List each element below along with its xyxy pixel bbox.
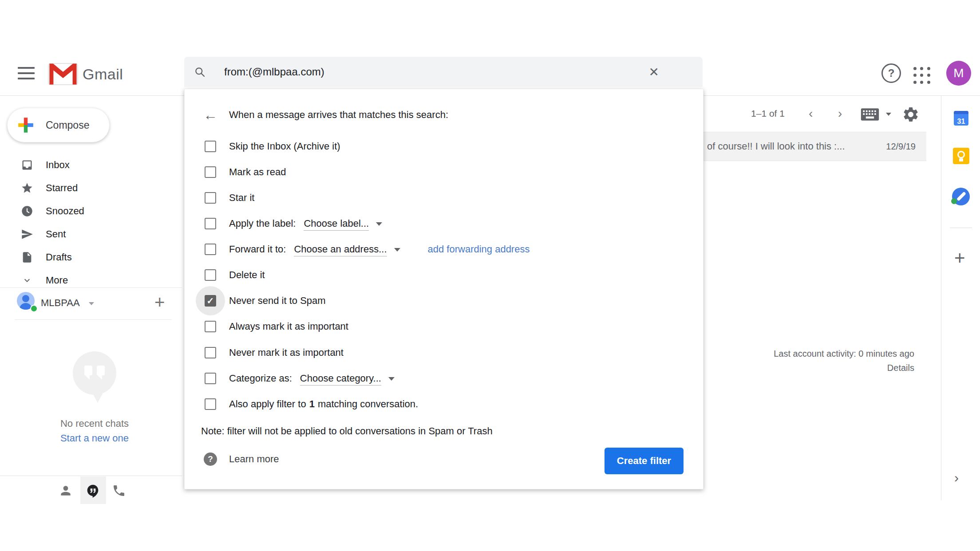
presence-dot	[30, 305, 38, 312]
start-new-chat-link[interactable]: Start a new one	[0, 433, 189, 444]
dropdown-arrow-icon[interactable]	[376, 222, 382, 226]
never-spam-checkbox[interactable]: ✓	[205, 295, 216, 307]
hangouts-bubble-tail	[91, 391, 104, 403]
add-chat-account-button[interactable]: +	[154, 292, 165, 312]
forward-prefix: Forward it to:	[229, 244, 286, 255]
hangouts-icon[interactable]	[86, 484, 100, 498]
clear-search-icon[interactable]: ✕	[649, 65, 659, 79]
account-name: MLBPAA	[41, 297, 80, 309]
keep-icon[interactable]	[953, 148, 969, 164]
sidebar-item-snoozed[interactable]: Snoozed	[0, 200, 173, 223]
hangouts-empty-icon	[73, 351, 116, 395]
sidebar-item-sent[interactable]: Sent	[0, 223, 173, 246]
divider	[950, 228, 972, 228]
main-menu-icon[interactable]	[18, 67, 35, 80]
create-filter-panel: ← When a message arrives that matches th…	[184, 89, 703, 489]
sidebar-label-inbox: Inbox	[46, 159, 70, 171]
email-date: 12/9/19	[886, 142, 916, 152]
categorize-prefix: Categorize as:	[229, 373, 292, 384]
learn-more-link[interactable]: Learn more	[229, 453, 279, 465]
filter-row-apply-label: Apply the label:Choose label...	[185, 211, 704, 236]
create-filter-button[interactable]: Create filter	[605, 448, 684, 474]
categorize-checkbox[interactable]	[205, 373, 216, 384]
calendar-day-number: 31	[957, 118, 965, 126]
matching-count: 1	[309, 398, 315, 409]
sidebar-item-drafts[interactable]: Drafts	[0, 246, 173, 269]
google-apps-icon[interactable]	[913, 67, 931, 85]
sidebar-item-more[interactable]: More	[0, 269, 173, 292]
dropdown-arrow-icon[interactable]	[394, 248, 400, 252]
help-question-icon[interactable]: ?	[204, 453, 217, 466]
compose-plus-icon	[16, 116, 35, 134]
skip-inbox-label: Skip the Inbox (Archive it)	[229, 141, 340, 152]
search-icon[interactable]	[194, 66, 206, 78]
always-important-label: Always mark it as important	[229, 321, 348, 332]
filter-row-skip-inbox: Skip the Inbox (Archive it)	[185, 134, 704, 159]
input-tools-keyboard-icon[interactable]	[860, 107, 880, 122]
choose-address-dropdown[interactable]: Choose an address...	[294, 244, 387, 256]
gmail-wordmark: Gmail	[83, 66, 123, 83]
choose-category-dropdown[interactable]: Choose category...	[300, 373, 381, 386]
sidebar-item-starred[interactable]: Starred	[0, 177, 173, 200]
email-snippet: of course!! I will look into this :...	[707, 141, 845, 152]
apply-label-checkbox[interactable]	[205, 218, 216, 229]
star-it-label: Star it	[229, 192, 254, 204]
get-addons-icon[interactable]: +	[954, 248, 965, 269]
calendar-icon[interactable]: 31	[954, 111, 968, 126]
settings-gear-icon[interactable]	[902, 106, 920, 123]
account-switcher[interactable]: MLBPAA +	[0, 291, 182, 315]
gmail-app: Gmail from:(@mlbpaa.com) ✕ ? M Compose I…	[0, 0, 980, 551]
input-tools-caret-icon[interactable]	[886, 113, 891, 116]
sidebar-item-inbox[interactable]: Inbox	[0, 153, 173, 177]
never-important-checkbox[interactable]	[205, 347, 216, 358]
filter-row-categorize: Categorize as:Choose category...	[185, 366, 704, 391]
divider	[941, 95, 941, 500]
skip-inbox-checkbox[interactable]	[205, 141, 216, 152]
help-icon[interactable]: ?	[881, 63, 901, 83]
mark-read-checkbox[interactable]	[205, 166, 216, 178]
apply-label-prefix: Apply the label:	[229, 218, 296, 229]
divider	[0, 287, 182, 288]
newer-page-icon[interactable]: ‹	[809, 106, 813, 121]
last-account-activity: Last account activity: 0 minutes ago	[755, 349, 914, 359]
also-apply-text: Also apply filter to1matching conversati…	[229, 398, 418, 410]
email-row[interactable]: of course!! I will look into this :... 1…	[703, 132, 926, 161]
categorize-text: Categorize as:Choose category...	[229, 373, 395, 384]
compose-button[interactable]: Compose	[7, 108, 110, 142]
gmail-logo-icon	[47, 62, 79, 86]
pagination-count: 1–1 of 1	[737, 108, 799, 119]
forward-text: Forward it to:Choose an address...add fo…	[229, 244, 530, 255]
filter-panel-title: When a message arrives that matches this…	[229, 109, 448, 121]
delete-it-label: Delete it	[229, 269, 265, 281]
sidebar-label-snoozed: Snoozed	[46, 205, 84, 217]
clock-icon	[21, 205, 33, 217]
divider	[15, 319, 172, 320]
forward-checkbox[interactable]	[205, 244, 216, 255]
older-page-icon[interactable]: ›	[838, 106, 842, 121]
always-important-checkbox[interactable]	[205, 321, 216, 332]
dropdown-arrow-icon[interactable]	[388, 377, 395, 381]
add-forwarding-address-link[interactable]: add forwarding address	[428, 244, 530, 255]
star-icon	[21, 182, 33, 194]
filter-row-star-it: Star it	[185, 185, 704, 211]
search-input[interactable]: from:(@mlbpaa.com)	[224, 66, 324, 78]
account-caret-icon[interactable]	[89, 302, 94, 305]
choose-label-dropdown[interactable]: Choose label...	[304, 218, 369, 231]
mark-read-label: Mark as read	[229, 166, 286, 178]
compose-label: Compose	[46, 119, 89, 131]
search-bar[interactable]: from:(@mlbpaa.com) ✕	[184, 57, 703, 87]
filter-row-never-spam: ✓ Never send it to Spam	[185, 288, 704, 314]
account-avatar[interactable]: M	[946, 61, 971, 86]
delete-it-checkbox[interactable]	[205, 269, 216, 281]
tasks-icon[interactable]	[952, 188, 970, 205]
star-it-checkbox[interactable]	[205, 192, 216, 204]
phone-icon[interactable]	[112, 484, 126, 498]
back-arrow-icon[interactable]: ←	[203, 107, 217, 123]
also-apply-post: matching conversation.	[318, 398, 418, 409]
filter-row-forward: Forward it to:Choose an address...add fo…	[185, 236, 704, 262]
contacts-icon[interactable]	[59, 484, 73, 498]
activity-details-link[interactable]: Details	[755, 363, 914, 373]
also-apply-checkbox[interactable]	[205, 398, 216, 410]
collapse-rail-icon[interactable]: ›	[954, 470, 959, 485]
sidebar-label-drafts: Drafts	[46, 252, 72, 263]
